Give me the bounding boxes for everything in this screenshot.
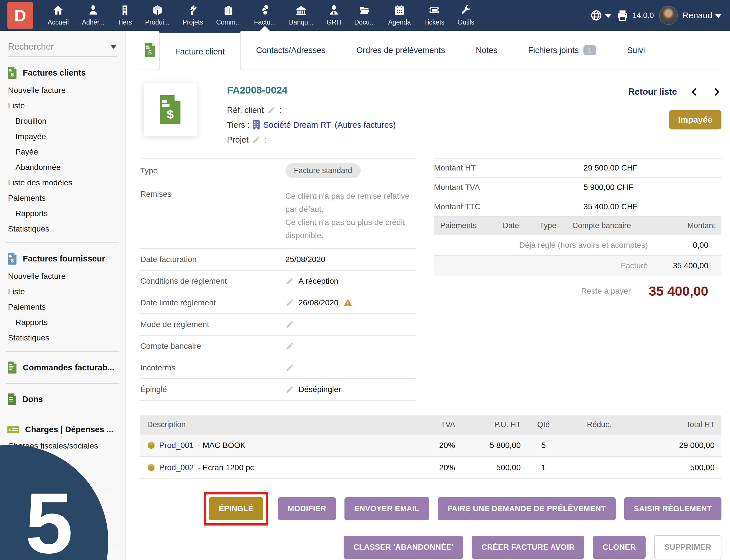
nav-item-label: Tickets	[424, 19, 445, 26]
nav-item-label: Tiers	[117, 19, 132, 26]
chevron-down-icon	[605, 14, 611, 18]
tab-facture-client[interactable]: Facture client	[159, 31, 241, 70]
tab-notes[interactable]: Notes	[461, 31, 513, 70]
nav-item-tiers[interactable]: Tiers	[111, 0, 138, 31]
nav-item-documents[interactable]: Docu...	[348, 0, 382, 31]
desepingler-link[interactable]: Désépingler	[299, 385, 341, 394]
col-compte-bancaire: Compte bancaire	[572, 221, 662, 230]
svg-text:$: $	[167, 107, 174, 121]
sidebar-item-payee[interactable]: Payée	[0, 144, 125, 160]
sidebar-divider	[6, 351, 119, 352]
nav-item-agenda[interactable]: Agenda	[382, 0, 417, 31]
sidebar-item-liste-modeles[interactable]: Liste des modèles	[0, 175, 125, 190]
sidebar-item-fournisseur-rapports[interactable]: Rapports	[0, 315, 125, 330]
demande-prelevement-button[interactable]: FAIRE UNE DEMANDE DE PRÉLÈVEMENT	[438, 497, 616, 520]
deja-regle-value: 0,00	[664, 241, 721, 250]
epingle-button[interactable]: ÉPINGLÉ	[209, 497, 263, 520]
row-date-facturation: Date facturation 25/08/2020	[140, 249, 416, 271]
sidebar-item-paiements[interactable]: Paiements	[0, 190, 125, 206]
app-logo[interactable]: D	[7, 2, 33, 29]
nav-item-tickets[interactable]: Tickets	[417, 0, 451, 31]
tiers-link[interactable]: Société Dream RT	[263, 120, 331, 130]
edit-pencil-icon[interactable]	[285, 277, 294, 285]
tiers-other-invoices-link[interactable]: (Autres factures)	[334, 120, 396, 130]
sidebar-item-abandonnee[interactable]: Abandonnée	[0, 160, 125, 175]
row-type: Type Facture standard	[140, 158, 416, 183]
ref-client-label: Réf. client	[227, 105, 264, 115]
sidebar-divider	[6, 383, 119, 384]
nav-item-commerce[interactable]: Comm...	[210, 0, 248, 31]
remises-label: Remises	[140, 190, 273, 199]
product-ref-link[interactable]: Prod_002	[159, 463, 194, 472]
language-selector[interactable]	[590, 9, 611, 21]
sidebar-item-fournisseur-nouvelle-facture[interactable]: Nouvelle facture	[0, 269, 125, 284]
tab-contacts-adresses[interactable]: Contacts/Adresses	[241, 31, 341, 70]
nav-item-banques[interactable]: Banqu...	[283, 0, 320, 31]
classer-abandonnee-button[interactable]: CLASSER 'ABANDONNÉE'	[344, 536, 463, 559]
tab-label: Facture client	[175, 47, 225, 56]
edit-pencil-icon[interactable]	[285, 385, 294, 394]
sidebar-item-fournisseur-paiements[interactable]: Paiements	[0, 299, 125, 315]
nav-item-grh[interactable]: GRH	[320, 0, 348, 31]
nav-item-adherents[interactable]: Adhér...	[75, 0, 111, 31]
sidebar-title-commandes[interactable]: Commandes facturab...	[7, 362, 125, 374]
montant-ht-label: Montant HT	[434, 163, 583, 173]
row-epingle: Épinglé Désépingler	[140, 379, 416, 401]
edit-pencil-icon[interactable]	[285, 320, 294, 329]
attachment-count-badge: 1	[583, 45, 596, 55]
line-tva: 20%	[418, 463, 455, 472]
tiers-label: Tiers :	[227, 120, 250, 130]
search-input[interactable]: Rechercher	[8, 42, 117, 57]
thirdparty-building-icon	[253, 120, 260, 129]
nav-item-facturation[interactable]: Factu...	[248, 0, 283, 31]
sidebar-title-dons[interactable]: Dons	[7, 393, 125, 405]
back-to-list-link[interactable]: Retour liste	[628, 87, 677, 97]
envoyer-email-button[interactable]: ENVOYER EMAIL	[344, 497, 429, 520]
edit-pencil-icon[interactable]	[285, 342, 294, 350]
next-invoice-arrow[interactable]	[712, 87, 721, 97]
sidebar-title-charges[interactable]: $ Charges | Dépenses ...	[7, 425, 125, 434]
tab-ordres-prelevements[interactable]: Ordres de prélèvements	[341, 31, 460, 70]
creer-facture-avoir-button[interactable]: CRÉER FACTURE AVOIR	[472, 536, 584, 559]
sidebar-item-rapports[interactable]: Rapports	[0, 206, 125, 221]
nav-item-label: Comm...	[216, 19, 241, 26]
project-label: Projet	[227, 135, 249, 145]
product-ref-link[interactable]: Prod_001	[159, 441, 194, 450]
edit-pencil-icon[interactable]	[267, 106, 276, 114]
modifier-button[interactable]: MODIFIER	[278, 497, 336, 520]
member-icon	[88, 5, 99, 16]
saisir-reglement-button[interactable]: SAISIR RÈGLEMENT	[624, 497, 721, 520]
sidebar-item-fournisseur-statistiques[interactable]: Statistiques	[0, 330, 125, 346]
montant-ht-value: 29 500,00 CHF	[583, 163, 638, 173]
nav-item-accueil[interactable]: Accueil	[41, 0, 75, 31]
user-menu[interactable]: Renaud	[659, 6, 721, 25]
tab-label: Contacts/Adresses	[256, 46, 325, 55]
sidebar-title-factures-fournisseur[interactable]: $ Factures fournisseur	[7, 253, 125, 265]
sidebar-section-factures-fournisseur: $ Factures fournisseur Nouvelle facture …	[0, 253, 125, 347]
tab-fichiers-joints[interactable]: Fichiers joints 1	[513, 31, 612, 70]
edit-pencil-icon[interactable]	[252, 135, 261, 144]
cube-icon	[152, 5, 163, 16]
edit-pencil-icon[interactable]	[285, 299, 294, 307]
row-montant-tva: Montant TVA 5 900,00 CHF	[434, 178, 721, 197]
svg-text:$: $	[11, 72, 14, 78]
cloner-button[interactable]: CLONER	[593, 536, 645, 559]
main-content: $ Facture client Contacts/Adresses Ordre…	[127, 31, 730, 560]
edit-pencil-icon[interactable]	[285, 364, 294, 372]
sidebar-item-brouillon[interactable]: Brouillon	[0, 113, 125, 129]
nav-item-outils[interactable]: Outils	[451, 0, 481, 31]
sidebar-item-nouvelle-facture[interactable]: Nouvelle facture	[0, 83, 125, 98]
sidebar-item-fournisseur-liste[interactable]: Liste	[0, 284, 125, 299]
supprimer-button[interactable]: SUPPRIMER	[654, 535, 721, 559]
sidebar-item-statistiques[interactable]: Statistiques	[0, 221, 125, 237]
print-version-group[interactable]: 14.0.0	[617, 9, 654, 21]
svg-text:$: $	[9, 428, 11, 432]
sidebar-title-factures-clients[interactable]: $ Factures clients	[7, 67, 125, 79]
nav-item-projets[interactable]: Projets	[176, 0, 210, 31]
previous-invoice-arrow[interactable]	[690, 87, 699, 97]
nav-item-produits[interactable]: Produi...	[139, 0, 176, 31]
sidebar-item-liste[interactable]: Liste	[0, 98, 125, 113]
tab-suivi[interactable]: Suivi	[612, 31, 660, 70]
sidebar-item-impayee[interactable]: Impayée	[0, 129, 125, 144]
remises-text-1: Ce client n'a pas de remise relative par…	[285, 190, 416, 216]
